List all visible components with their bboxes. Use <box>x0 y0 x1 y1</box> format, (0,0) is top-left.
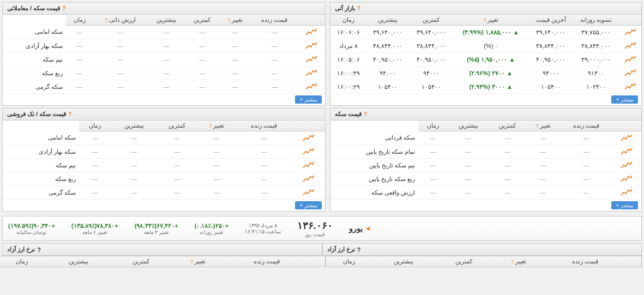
bottom-left-help-icon[interactable]: ? <box>357 246 361 253</box>
svg-point-53 <box>631 176 632 177</box>
chart-cell[interactable] <box>298 80 325 94</box>
svg-point-52 <box>630 177 631 178</box>
svg-point-66 <box>306 47 307 49</box>
sekke-more-button[interactable]: بیشتر + <box>611 201 638 209</box>
bazaar-ati-more-button[interactable]: بیشتر + <box>611 95 638 104</box>
table-row: — — — — — — سکه امامی <box>3 26 325 39</box>
taghir-cell: — <box>219 80 251 94</box>
taghir-cell: — <box>197 186 236 200</box>
svg-point-40 <box>630 150 631 151</box>
chart-cell[interactable] <box>612 186 641 200</box>
bottom-right-help-icon[interactable]: ? <box>37 246 41 253</box>
chart-cell[interactable] <box>298 26 325 39</box>
name-cell: تمام سکه تاریخ پایین <box>330 145 418 159</box>
table-row: — — — — — سکه گرمی <box>3 186 325 200</box>
bazaar-ati-help-icon[interactable]: ? <box>357 5 360 11</box>
svg-point-61 <box>308 32 309 33</box>
bottom-left-table-wrapper: قیمت زنده تغییر ? کمترین بیشترین زمان <box>328 256 644 267</box>
chart-cell[interactable] <box>293 159 325 172</box>
svg-point-38 <box>625 152 627 153</box>
sekke-section: ? قیمت سکه قیمت زنده تغییر ? کمترین بیشت… <box>330 108 642 212</box>
col-bishtarin: بیشترین <box>366 15 410 26</box>
taghir-cell: — <box>197 145 236 159</box>
chart-cell[interactable] <box>298 53 325 67</box>
tekforooshi-help-icon[interactable]: ? <box>68 111 71 117</box>
name-cell: ربع سکه <box>3 172 79 186</box>
zaman-cell: — <box>66 39 93 53</box>
right-panel: ? قیمت سکه / معاملاتی قیمت زنده تغییر ? … <box>0 0 328 214</box>
zaman-cell: ۱۶:۰۰:۴۹ <box>330 67 366 80</box>
live-cell: — <box>251 39 298 53</box>
chart-cell[interactable] <box>293 186 325 200</box>
chart-cell[interactable] <box>612 131 641 145</box>
zaman-cell: — <box>66 26 93 39</box>
chart-cell[interactable] <box>293 172 325 186</box>
tek-col-kamtarin: کمترین <box>157 121 197 131</box>
svg-point-2 <box>629 33 630 34</box>
moamele-title: قیمت سکه / معاملاتی <box>7 5 60 12</box>
tekforooshi-more-row: بیشتر + <box>3 200 325 211</box>
tek-col-bishtarin: بیشترین <box>111 121 157 131</box>
svg-point-9 <box>631 43 632 44</box>
zaman-cell: ۱۶:۰۶:۰۶ <box>330 26 366 39</box>
kamtarin-cell: — <box>185 26 219 39</box>
chart-cell[interactable] <box>619 67 641 80</box>
euro-change1-value: +۲۵۰(-۰.۱۸٪) <box>195 222 229 230</box>
bishtarin-cell: — <box>111 186 157 200</box>
svg-point-5 <box>634 29 635 30</box>
svg-point-83 <box>316 70 317 71</box>
bishtarin-cell: — <box>147 26 185 39</box>
moamele-help-icon[interactable]: ? <box>62 5 65 11</box>
bishtarin-cell: — <box>448 172 489 186</box>
chart-cell[interactable] <box>619 26 641 39</box>
chart-cell[interactable] <box>293 145 325 159</box>
euro-date: ۸ مرداد ۱۳۹۷ <box>245 222 280 228</box>
bishtarin-cell: — <box>147 53 185 67</box>
table-row: ۱۰۲۴۰۰ ۱۰۵۴۰۰ ▲ ۳۰۰۰ (۲.۹۳%) ۱۰۵۴۰۰ ۱۰۵۴… <box>330 80 641 94</box>
svg-point-100 <box>312 150 313 151</box>
svg-point-75 <box>312 57 314 58</box>
svg-point-37 <box>623 151 624 152</box>
zaman-cell: — <box>66 80 93 94</box>
euro-bar: ◄ یورو ۱۳۶.۰۶۰ قیمت روز ۸ مرداد ۱۳۹۷ ساع… <box>2 216 642 241</box>
taghir-cell: ▲ ۲۷۰۰ (۲.۹۶%) <box>453 67 529 80</box>
bottom-right-table: قیمت زنده تغییر ? کمترین بیشترین زمان <box>0 256 326 267</box>
br-col-icon <box>308 256 325 267</box>
chart-cell[interactable] <box>298 67 325 80</box>
chart-cell[interactable] <box>619 53 641 67</box>
svg-point-105 <box>310 162 311 164</box>
table-row: — — — — — — ربع سکه <box>3 67 325 80</box>
chart-cell[interactable] <box>298 39 325 53</box>
euro-change6m-value: +۷۸,۳۸۰(۱۳۵.۸۹٪) <box>71 222 118 230</box>
sekke-col-live: قیمت زنده <box>561 121 612 131</box>
svg-point-35 <box>631 135 632 136</box>
svg-point-50 <box>625 179 627 180</box>
bishtarin-cell: — <box>111 159 157 172</box>
sekke-table: قیمت زنده تغییر ? کمترین بیشترین زمان <box>330 121 641 200</box>
svg-point-44 <box>625 166 627 167</box>
chart-cell[interactable] <box>612 159 641 172</box>
bl-col-live: قیمت زنده <box>545 256 625 267</box>
chart-cell[interactable] <box>619 80 641 94</box>
chart-cell[interactable] <box>612 145 641 159</box>
taghir-cell: — <box>219 67 251 80</box>
live-cell: — <box>251 26 298 39</box>
tekforooshi-more-button[interactable]: بیشتر + <box>295 201 322 209</box>
kamtarin-cell: — <box>185 53 219 67</box>
moamele-more-button[interactable]: بیشتر + <box>295 95 322 104</box>
bishtarin-cell: — <box>448 186 489 200</box>
moamele-col-kamtarin: کمترین <box>185 15 219 26</box>
col-akharin: آخرین قیمت <box>529 15 573 26</box>
svg-point-56 <box>625 193 627 194</box>
sekke-help-icon[interactable]: ? <box>364 111 367 117</box>
svg-point-86 <box>310 87 311 88</box>
chart-cell[interactable] <box>619 39 641 53</box>
bishtarin-cell: — <box>111 145 157 159</box>
svg-point-77 <box>316 56 317 57</box>
taghir-cell: ▲ ۱,۹۵۰,۰۰۰ (%۵) <box>453 53 529 67</box>
svg-point-12 <box>624 61 625 62</box>
chart-cell[interactable] <box>612 172 641 186</box>
svg-point-88 <box>315 85 316 86</box>
svg-point-46 <box>630 164 631 165</box>
chart-cell[interactable] <box>293 131 325 145</box>
